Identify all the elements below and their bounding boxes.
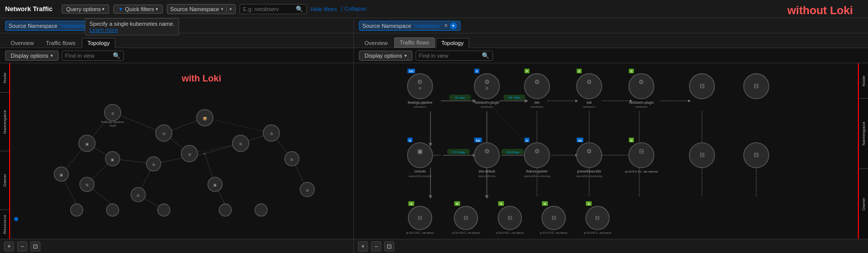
right-bottom-toolbar: + − ⊡ <box>354 239 868 253</box>
svg-text:▣: ▣ <box>213 183 217 187</box>
svg-point-51 <box>71 204 83 216</box>
zoom-out-button-right[interactable]: − <box>371 241 381 251</box>
right-ns-value: "netobserv" <box>414 23 442 29</box>
zoom-in-button-left[interactable]: + <box>4 241 14 251</box>
query-options-label: Query options <box>66 6 101 12</box>
svg-text:⚙: ⚙ <box>306 189 309 193</box>
svg-text:⚙: ⚙ <box>136 194 140 198</box>
svg-point-102 <box>577 74 602 99</box>
zoom-in-button-right[interactable]: + <box>358 241 368 251</box>
svg-text:ip-10-0-45-1...ute.interna: ip-10-0-45-1...ute.interna <box>496 232 524 234</box>
tab-overview-left[interactable]: Overview <box>5 38 39 48</box>
svg-text:⊟: ⊟ <box>508 215 512 221</box>
svg-text:⚙: ⚙ <box>638 79 644 85</box>
svg-point-52 <box>107 204 119 216</box>
tab-traffic-flows-left[interactable]: Traffic flows <box>40 38 81 48</box>
svg-text:S: S <box>578 70 580 73</box>
sidebar-namespace-section: Namespace <box>0 93 9 151</box>
svg-text:⚙: ⚙ <box>534 79 540 85</box>
right-namespace-sidebar-label: Namespace <box>861 121 866 145</box>
chevron-down-icon-2: ▾ <box>156 7 158 12</box>
svg-text:-byqt: -byqt <box>109 123 116 127</box>
svg-text:▣: ▣ <box>417 148 423 154</box>
svg-text:ip-10-0-87-2...ute.interna: ip-10-0-87-2...ute.interna <box>584 232 612 234</box>
find-input-left[interactable] <box>65 53 111 59</box>
svg-text:netobserv: netobserv <box>583 105 596 108</box>
quick-filters-button[interactable]: ▼ Quick filters ▾ <box>113 5 162 14</box>
hide-filters-button[interactable]: Hide filters <box>311 6 337 12</box>
svg-text:S: S <box>630 70 632 73</box>
right-sidebar-namespace-section: Namespace <box>859 99 868 169</box>
filter-icon: ▼ <box>118 6 123 12</box>
right-ns-circle[interactable]: ● <box>450 22 457 29</box>
svg-text:N: N <box>410 202 412 205</box>
svg-text:▣: ▣ <box>85 142 89 146</box>
query-options-button[interactable]: Query options ▾ <box>62 5 109 14</box>
svg-text:N: N <box>500 202 502 205</box>
svg-text:⚙: ⚙ <box>111 112 114 116</box>
namespace-sidebar-label: Namespace <box>3 110 7 134</box>
left-topology-canvas: ⚙ ⚙ 📦 ▣ ⚙ ⚙ ⚙ ▣ <box>10 63 353 239</box>
right-source-ns-label: Source Namespace <box>362 23 412 29</box>
zoom-out-button-left[interactable]: − <box>17 241 27 251</box>
svg-text:netobserv: netobserv <box>480 105 493 108</box>
left-ns-tag-value: "netobserv" <box>60 23 88 29</box>
fit-button-left[interactable]: ⊡ <box>30 241 40 251</box>
svg-text:openshift-console: openshift-console <box>408 175 431 178</box>
svg-text:⚙: ⚙ <box>484 79 490 85</box>
svg-text:▣: ▣ <box>60 173 63 177</box>
owner-sidebar-label: Owner <box>3 174 7 187</box>
svg-text:⚙: ⚙ <box>270 132 273 136</box>
display-options-button-left[interactable]: Display options ▾ <box>5 51 59 61</box>
svg-text:netobserv: netobserv <box>635 105 648 108</box>
right-topology-canvas: ⚙ ⚙ DS flowlogs-pipeline netobserv ⚙ ⚙ D <box>354 63 858 239</box>
tab-overview-right[interactable]: Overview <box>359 38 393 48</box>
right-ns-tag: Source Namespace "netobserv" ✕ ● <box>359 21 461 31</box>
search-box-left[interactable]: 🔍 <box>240 4 307 14</box>
search-input-left[interactable] <box>243 6 294 12</box>
svg-text:openshift-monitoring: openshift-monitoring <box>576 175 602 178</box>
display-options-button-right[interactable]: Display options ▾ <box>359 51 413 61</box>
pipe-separator: | <box>225 6 227 13</box>
svg-text:177.3 Bps: 177.3 Bps <box>452 151 465 154</box>
svg-point-53 <box>158 204 170 216</box>
svg-text:DS: DS <box>409 70 413 73</box>
learn-more-link[interactable]: Learn more <box>89 27 118 33</box>
svg-point-96 <box>524 74 550 99</box>
svg-text:📦: 📦 <box>203 116 207 121</box>
svg-text:D: D <box>526 139 528 142</box>
svg-text:139.3 Bps: 139.3 Bps <box>506 151 519 154</box>
node-sidebar-label: Node <box>3 72 7 83</box>
svg-point-146 <box>629 143 654 168</box>
fit-button-right[interactable]: ⊡ <box>384 241 394 251</box>
svg-text:⚙: ⚙ <box>152 163 155 167</box>
svg-text:⚙: ⚙ <box>162 132 165 136</box>
source-ns-label: Source Namespace <box>170 6 219 12</box>
svg-text:loki: loki <box>534 101 539 104</box>
quick-filters-label: Quick filters <box>125 6 154 12</box>
svg-text:SS: SS <box>578 139 582 142</box>
svg-point-108 <box>629 74 654 99</box>
svg-text:prometheus-k8s: prometheus-k8s <box>577 170 602 174</box>
right-sidebar-owner-section: Owner <box>859 169 868 239</box>
svg-text:ip-10-0-73-5...ute.interna: ip-10-0-73-5...ute.interna <box>540 232 568 234</box>
svg-point-134 <box>524 143 550 168</box>
left-ns-tag-label: Source Namespace <box>9 23 58 29</box>
tab-topology-right[interactable]: Topology <box>436 38 469 48</box>
svg-point-122 <box>407 143 433 168</box>
svg-text:⚙: ⚙ <box>485 87 488 90</box>
svg-text:⚙: ⚙ <box>188 153 191 157</box>
tab-topology-left[interactable]: Topology <box>82 38 115 48</box>
sidebar-node-section: Node <box>0 63 9 93</box>
svg-text:⊟: ⊟ <box>754 83 759 89</box>
find-input-right[interactable] <box>419 53 480 59</box>
sidebar-resource-section: Resource <box>0 210 9 239</box>
collapse-button[interactable]: ⟨ Collapse <box>341 6 366 12</box>
collapse-icon: ⟨ <box>341 6 343 12</box>
tab-traffic-flows-right[interactable]: Traffic flows <box>394 37 435 48</box>
find-in-view-left[interactable]: 🔍 <box>62 51 124 61</box>
right-ns-close-icon[interactable]: ✕ <box>444 23 448 28</box>
find-in-view-right[interactable]: 🔍 <box>416 51 493 61</box>
svg-text:⊟: ⊟ <box>639 148 644 154</box>
svg-text:⊟: ⊟ <box>418 215 422 221</box>
